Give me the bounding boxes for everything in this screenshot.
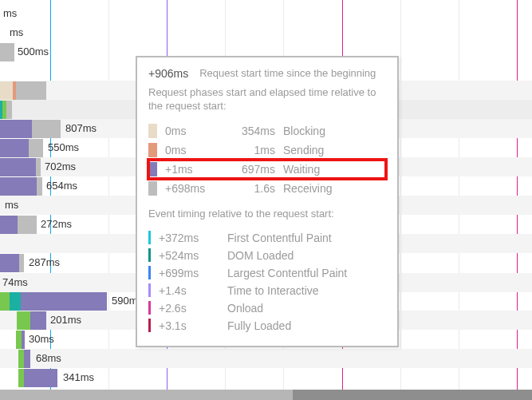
event-offset: +1.4s <box>159 284 219 297</box>
bar-segment <box>0 139 29 157</box>
bar-segment <box>0 158 36 176</box>
bar-segment <box>0 81 13 100</box>
duration-label: 702ms <box>45 160 76 172</box>
event-name: Fully Loaded <box>227 319 291 332</box>
bar-segment <box>18 350 24 368</box>
duration-label: 287ms <box>29 256 60 268</box>
phase-name: Blocking <box>283 125 325 137</box>
duration-label: ms <box>3 7 17 19</box>
event-color-line <box>148 283 151 297</box>
duration-label: 68ms <box>36 352 61 364</box>
phase-row: 0ms1msSending <box>148 141 386 160</box>
bar-segment <box>24 350 30 368</box>
duration-label: 550ms <box>48 141 79 153</box>
event-offset: +524ms <box>159 249 219 262</box>
bar-segment <box>16 81 46 100</box>
event-name: First Contentful Paint <box>227 232 332 244</box>
bar-segment <box>32 120 61 138</box>
phase-elapsed: 354ms <box>231 125 275 137</box>
event-color-line <box>148 301 151 315</box>
bar-segment <box>18 369 24 387</box>
bar-segment <box>0 177 37 196</box>
tooltip-phases-desc: Request phases start and elapsed time re… <box>148 86 386 113</box>
event-offset: +699ms <box>159 267 219 279</box>
waterfall-row[interactable]: 341ms <box>0 368 532 386</box>
bar-segment <box>36 158 41 176</box>
tooltip-events-desc: Event timing relative to the request sta… <box>148 208 386 221</box>
event-row: +1.4sTime to Interactive <box>148 282 386 299</box>
event-name: DOM Loaded <box>227 249 294 262</box>
bar-segment <box>21 292 107 311</box>
event-offset: +3.1s <box>159 319 219 332</box>
event-offset: +372ms <box>159 232 219 244</box>
bar-segment <box>0 254 19 272</box>
duration-label: 272ms <box>41 218 72 230</box>
event-row: +524msDOM Loaded <box>148 247 386 264</box>
duration-label: ms <box>10 26 23 38</box>
phase-swatch <box>148 181 157 196</box>
bar-segment <box>16 331 22 349</box>
event-name: Onload <box>227 302 263 315</box>
bar-segment <box>18 216 37 234</box>
phase-name: Sending <box>283 144 324 156</box>
event-color-line <box>148 266 151 279</box>
phase-highlight <box>147 158 388 180</box>
event-row: +2.6sOnload <box>148 299 386 317</box>
bar-segment <box>17 311 30 330</box>
event-row: +3.1sFully Loaded <box>148 317 386 335</box>
bar-segment <box>24 369 57 387</box>
tooltip-start-label: Request start time since the beginning <box>199 67 376 80</box>
timing-tooltip: +906ms Request start time since the begi… <box>136 56 399 347</box>
phase-elapsed: 1ms <box>231 144 275 156</box>
duration-label: 500ms <box>18 46 49 57</box>
duration-label: ms <box>5 199 18 211</box>
duration-label: 341ms <box>63 371 94 383</box>
bar-segment <box>29 139 43 157</box>
event-color-line <box>148 231 151 244</box>
bar-segment <box>6 101 12 119</box>
duration-label: 201ms <box>50 314 81 326</box>
waterfall-row[interactable]: ms <box>0 23 532 42</box>
bar-segment <box>30 311 46 330</box>
event-row: +699msLargest Contentful Paint <box>148 264 386 282</box>
tooltip-phase-list: 0ms354msBlocking0ms1msSending+1ms697msWa… <box>148 121 386 198</box>
phase-row: +698ms1.6sReceiving <box>148 179 386 198</box>
event-offset: +2.6s <box>159 302 219 315</box>
bar-segment <box>10 292 21 311</box>
bar-segment <box>0 120 32 138</box>
phase-swatch <box>148 124 157 138</box>
waterfall-row[interactable]: ms <box>0 4 532 22</box>
event-color-line <box>148 248 151 262</box>
duration-label: 74ms <box>2 276 28 288</box>
horizontal-scrollbar-thumb[interactable] <box>0 390 293 400</box>
phase-offset: 0ms <box>165 144 223 156</box>
phase-elapsed: 1.6s <box>231 182 275 195</box>
phase-name: Receiving <box>283 182 332 195</box>
tooltip-events-list: +372msFirst Contentful Paint+524msDOM Lo… <box>148 229 386 335</box>
tooltip-start-time: +906ms <box>148 67 188 80</box>
duration-label: 807ms <box>65 122 97 134</box>
event-row: +372msFirst Contentful Paint <box>148 229 386 247</box>
bar-segment <box>22 331 25 349</box>
bar-segment <box>0 43 14 61</box>
bar-segment <box>37 177 42 196</box>
bar-segment <box>19 254 24 272</box>
duration-label: 30ms <box>29 333 54 345</box>
phase-swatch <box>148 143 157 157</box>
phase-row: 0ms354msBlocking <box>148 121 386 141</box>
event-name: Largest Contentful Paint <box>227 267 347 279</box>
bar-segment <box>0 216 18 234</box>
event-color-line <box>148 319 151 332</box>
waterfall-row[interactable]: 68ms <box>0 349 532 367</box>
phase-offset: 0ms <box>165 125 223 137</box>
duration-label: 654ms <box>46 180 77 192</box>
phase-offset: +698ms <box>165 182 223 195</box>
event-name: Time to Interactive <box>227 284 319 297</box>
bar-segment <box>0 292 10 311</box>
